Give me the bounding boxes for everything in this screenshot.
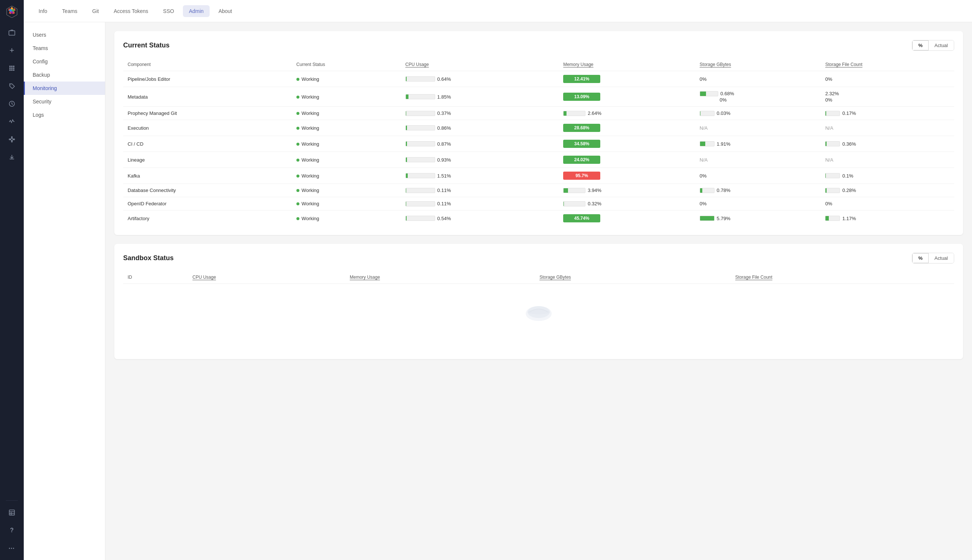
cell-status: Working [292, 136, 401, 152]
mem-bar-container: 45.74% [563, 214, 691, 222]
sidebar-item-users[interactable]: Users [24, 28, 105, 42]
activity-icon[interactable] [5, 114, 19, 129]
tag-icon[interactable] [5, 78, 19, 93]
tab-info[interactable]: Info [33, 5, 53, 17]
current-status-toggle: % Actual [912, 40, 954, 51]
plus-icon[interactable]: + [5, 43, 19, 58]
toggle-percent-btn[interactable]: % [912, 40, 929, 50]
cell-storage-fc: N/A [821, 152, 954, 168]
table-row: Database ConnectivityWorking 0.11% 3.94%… [123, 184, 954, 197]
sidebar-item-security[interactable]: Security [24, 95, 105, 108]
cell-component: Prophecy Managed Git [123, 107, 292, 120]
storage-gb-value1: 0.68% [721, 91, 734, 97]
tab-access-tokens[interactable]: Access Tokens [107, 5, 154, 17]
mem-bar-fill [564, 202, 564, 206]
cell-memory: 95.7% [559, 168, 695, 184]
tab-teams[interactable]: Teams [56, 5, 83, 17]
cell-status: Working [292, 197, 401, 210]
grid-icon[interactable] [5, 61, 19, 76]
storage-fc-bar: 1.17% [825, 216, 950, 221]
storage-fc-bar: 0.1% [825, 173, 950, 178]
storage-gb-value: 0.03% [717, 110, 731, 116]
col-cpu: CPU Usage [401, 58, 559, 71]
cpu-bar-fill [406, 126, 407, 130]
tab-sso[interactable]: SSO [157, 5, 180, 17]
sgb-track [700, 141, 714, 147]
cell-status: Working [292, 87, 401, 107]
sidebar-item-backup[interactable]: Backup [24, 68, 105, 82]
app-logo[interactable] [5, 5, 18, 18]
storage-gb-bar2: 0% [700, 97, 816, 103]
sidebar-item-monitoring[interactable]: Monitoring [24, 82, 105, 95]
cpu-bar-container: 0.11% [405, 188, 555, 193]
download-icon[interactable] [5, 150, 19, 165]
tab-about[interactable]: About [212, 5, 238, 17]
cell-storage-fc: 0% [821, 197, 954, 210]
cpu-bar-fill [406, 77, 407, 81]
tab-git[interactable]: Git [87, 5, 105, 17]
storage-gb-value2: 0% [720, 97, 727, 103]
storage-fc-value: 0.28% [842, 188, 856, 193]
col-memory: Memory Usage [559, 58, 695, 71]
cpu-bar-track [405, 188, 435, 193]
status-label: Working [302, 157, 319, 163]
cell-memory: 28.68% [559, 120, 695, 136]
tab-admin[interactable]: Admin [183, 5, 210, 17]
status-label: Working [302, 125, 319, 131]
clock-icon[interactable] [5, 97, 19, 111]
table-icon[interactable] [5, 505, 19, 520]
table-row: ExecutionWorking 0.86% 28.68% N/AN/A [123, 120, 954, 136]
cell-status: Working [292, 184, 401, 197]
status-indicator [296, 143, 299, 146]
storage-gb-value: 1.91% [717, 141, 731, 147]
cell-storage-fc: 0.28% [821, 184, 954, 197]
sidebar-item-logs[interactable]: Logs [24, 108, 105, 122]
storage-fc-bar: 0.36% [825, 141, 950, 147]
cell-memory: 3.94% [559, 184, 695, 197]
cpu-bar-fill [406, 158, 407, 162]
cell-status: Working [292, 168, 401, 184]
storage-fc-value: 0% [825, 77, 832, 82]
cell-cpu: 0.11% [401, 184, 559, 197]
cpu-bar-fill [406, 142, 407, 146]
status-indicator [296, 96, 299, 98]
cell-component: Kafka [123, 168, 292, 184]
cell-storage-fc: 2.32% 0% [821, 87, 954, 107]
svg-point-33 [527, 310, 550, 314]
mem-bar-track [563, 111, 586, 116]
sidebar-item-teams[interactable]: Teams [24, 42, 105, 55]
sgb-fill [700, 92, 706, 96]
storage-fc-bar: 0.17% [825, 110, 950, 116]
cell-cpu: 0.86% [401, 120, 559, 136]
cell-storage-fc: 0.17% [821, 107, 954, 120]
toggle-actual-btn[interactable]: Actual [929, 40, 954, 50]
cpu-value: 1.51% [437, 173, 451, 178]
mem-bar-container: 28.68% [563, 124, 691, 132]
help-icon[interactable]: ? [5, 523, 19, 538]
network-icon[interactable] [5, 132, 19, 147]
sfc-track [825, 188, 840, 193]
sfc-fill [825, 216, 829, 220]
sandbox-toggle-actual-btn[interactable]: Actual [929, 253, 954, 263]
cell-memory: 12.41% [559, 71, 695, 87]
sfc-fill [825, 173, 826, 178]
cpu-bar-track [405, 173, 435, 178]
sgb-fill [700, 216, 714, 220]
current-status-table: Component Current Status CPU Usage Memor… [123, 58, 954, 226]
cell-storage-gb: 5.79% [695, 210, 821, 227]
more-icon[interactable]: ••• [5, 541, 19, 555]
storage-gb-value: 0% [700, 201, 707, 207]
portfolio-icon[interactable] [5, 25, 19, 40]
col-status: Current Status [292, 58, 401, 71]
cell-storage-gb: 1.91% [695, 136, 821, 152]
current-status-header: Current Status % Actual [123, 40, 954, 51]
sidebar-item-config[interactable]: Config [24, 55, 105, 68]
col-storage-gb: Storage GBytes [695, 58, 821, 71]
sgb-track [700, 111, 714, 116]
cell-storage-gb: 0.68% 0% [695, 87, 821, 107]
svg-point-12 [13, 67, 15, 69]
mem-bar-container: 13.09% [563, 93, 691, 101]
cpu-bar-fill [406, 173, 408, 178]
sandbox-toggle-percent-btn[interactable]: % [912, 253, 929, 263]
table-row: OpenID FederatorWorking 0.11% 0.32% 0% 0… [123, 197, 954, 210]
